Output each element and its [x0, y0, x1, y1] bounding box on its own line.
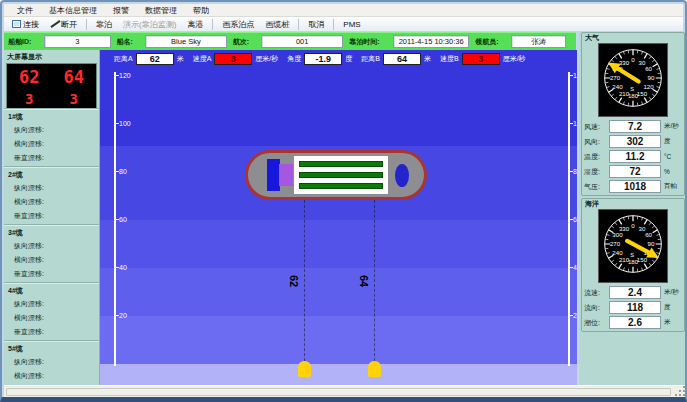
- ship-name-label: 船名:: [117, 37, 142, 47]
- toolbar-button-6[interactable]: 画缆桩: [261, 18, 293, 31]
- speed-a-unit: 厘米/秒: [255, 54, 278, 64]
- mooring-line-0[interactable]: [304, 200, 305, 366]
- current-direction-row: 流向:118度: [584, 301, 682, 314]
- toolbar-button-0[interactable]: 连接: [8, 18, 43, 31]
- current-direction-unit: 度: [664, 303, 671, 312]
- angle-value[interactable]: -1.9: [304, 53, 342, 65]
- y-tick-label: 40: [119, 264, 127, 271]
- cable-group-2: 2#缆纵向漂移:横向漂移:垂直漂移:: [4, 167, 99, 225]
- current-direction-value[interactable]: 118: [609, 301, 661, 314]
- berthing-chart: 距离A62米速度A3厘米/秒角度-1.9度距离B64米速度B3厘米/秒 1201…: [100, 50, 577, 385]
- ocean-title: 海洋: [585, 199, 599, 209]
- dial-number: 300: [612, 231, 623, 238]
- pilot-name-label: 领航员:: [475, 37, 508, 47]
- dial-number: 90: [648, 240, 655, 247]
- humidity-row: 湿度:72%: [584, 165, 682, 178]
- distance-a-label: 距离A: [114, 54, 133, 64]
- toolbar-button-label: 演示(靠泊监测): [123, 19, 176, 30]
- chart-band-2: [100, 220, 577, 268]
- tide-level-value[interactable]: 2.6: [609, 316, 661, 329]
- dial-number: 0: [631, 56, 635, 63]
- wind-speed-value[interactable]: 7.2: [609, 120, 661, 133]
- pressure-unit: 百帕: [664, 182, 677, 191]
- ship-id-field[interactable]: 3: [44, 35, 110, 48]
- status-bar: [4, 385, 687, 398]
- menu-item-4[interactable]: 帮助: [186, 5, 216, 16]
- current-speed-value[interactable]: 2.4: [609, 286, 661, 299]
- ship-deck-stripe: [299, 161, 383, 167]
- resize-grip[interactable]: [675, 386, 685, 396]
- toolbar-button-4[interactable]: 离港: [183, 18, 207, 31]
- toolbar-button-label: 取消: [308, 19, 324, 30]
- toolbar-button-1[interactable]: 断开: [46, 18, 81, 31]
- toolbar-button-3: 演示(靠泊监测): [119, 18, 180, 31]
- ship-deck-stripe: [299, 183, 383, 189]
- ship-graphic[interactable]: [245, 150, 427, 200]
- chart-band-4: [100, 316, 577, 364]
- ship-deck-stripe: [299, 172, 383, 178]
- temperature-unit: °C: [664, 153, 671, 160]
- current-direction-gauge: 0306090120150180210240270300330S: [598, 209, 668, 283]
- toolbar-button-5[interactable]: 画系泊点: [218, 18, 258, 31]
- environment-panel: 大气 0306090120150180210240270300330S 风速:7…: [579, 32, 687, 385]
- distance-b-value[interactable]: 64: [383, 53, 421, 65]
- drift-row: 横向漂移:: [4, 369, 99, 383]
- wind-speed-label: 风速:: [584, 122, 609, 132]
- wind-direction-value[interactable]: 302: [609, 135, 661, 148]
- toolbar-button-8[interactable]: PMS: [339, 19, 364, 30]
- ship-bow-ellipse: [395, 164, 409, 187]
- menu-bar: 文件基本信息管理报警数据管理帮助: [4, 4, 683, 17]
- humidity-label: 湿度:: [584, 167, 609, 177]
- toolbar-button-label: 靠泊: [96, 19, 112, 30]
- current-speed-unit: 米/秒: [664, 288, 679, 297]
- dial-number: 330: [619, 59, 630, 66]
- y-tick-label: 80: [573, 168, 577, 175]
- menu-item-2[interactable]: 报警: [106, 5, 136, 16]
- speed-a-label: 速度A: [193, 54, 212, 64]
- speed-b-value[interactable]: 3: [462, 53, 500, 65]
- y-tick-label: 80: [119, 168, 127, 175]
- y-tick-label: 60: [119, 216, 127, 223]
- angle-unit: 度: [345, 54, 352, 64]
- menu-item-1[interactable]: 基本信息管理: [42, 5, 104, 16]
- dial-number: 150: [637, 90, 648, 97]
- bollard-icon: [368, 361, 381, 377]
- dial-number: 210: [619, 90, 630, 97]
- app-window: 文件基本信息管理报警数据管理帮助 连接断开靠泊演示(靠泊监测)离港画系泊点画缆桩…: [0, 0, 687, 402]
- pressure-value[interactable]: 1018: [609, 180, 661, 193]
- mooring-line-1[interactable]: [374, 200, 375, 366]
- tide-level-row: 潮位:2.6米: [584, 316, 682, 329]
- toolbar-button-label: 断开: [61, 19, 77, 30]
- display-speed-b: 3: [52, 90, 97, 108]
- cable-group-4: 4#缆纵向漂移:横向漂移:垂直漂移:: [4, 283, 99, 341]
- distance-a-value[interactable]: 62: [136, 53, 174, 65]
- toolbar-button-2[interactable]: 靠泊: [92, 18, 116, 31]
- humidity-value[interactable]: 72: [609, 165, 661, 178]
- dial-number: 240: [612, 83, 623, 90]
- berthing-time-field[interactable]: 2011-4-15 10:30:36: [393, 35, 469, 48]
- pilot-name-field[interactable]: 张涛: [511, 35, 566, 48]
- cable-group-1: 1#缆纵向漂移:横向漂移:垂直漂移:: [4, 109, 99, 167]
- voyage-no-field[interactable]: 001: [261, 35, 343, 48]
- ship-name-field[interactable]: Blue Sky: [145, 35, 227, 48]
- cable-group-title: 3#缆: [4, 227, 99, 239]
- wind-direction-label: 风向:: [584, 137, 609, 147]
- ship-id-label: 船舶ID:: [8, 37, 41, 47]
- current-speed-row: 流速:2.4米/秒: [584, 286, 682, 299]
- drift-row: 纵向漂移:: [4, 239, 99, 253]
- y-tick-label: 20: [573, 312, 577, 319]
- bollard-icon: [298, 361, 311, 377]
- display-distance-a: 62: [7, 64, 52, 90]
- speed-a-value[interactable]: 3: [214, 53, 252, 65]
- menu-item-0[interactable]: 文件: [10, 5, 40, 16]
- temperature-value[interactable]: 11.2: [609, 150, 661, 163]
- toolbar-button-7[interactable]: 取消: [304, 18, 328, 31]
- dial-south-mark: S: [630, 252, 634, 258]
- distance-a-unit: 米: [177, 54, 184, 64]
- drift-row: 纵向漂移:: [4, 297, 99, 311]
- cable-group-title: 1#缆: [4, 111, 99, 123]
- ocean-readings: 流速:2.4米/秒流向:118度潮位:2.6米: [582, 286, 684, 329]
- menu-item-3[interactable]: 数据管理: [138, 5, 184, 16]
- current-speed-label: 流速:: [584, 288, 609, 298]
- drift-row: 垂直漂移:: [4, 325, 99, 339]
